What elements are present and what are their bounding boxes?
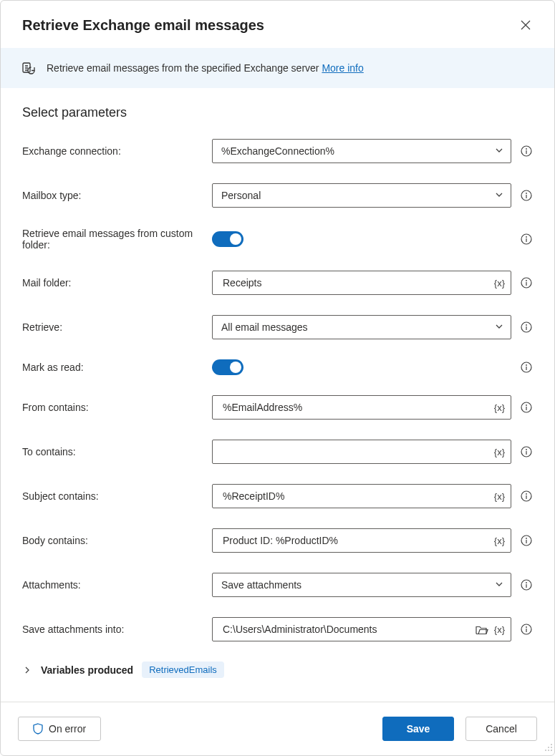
content-area: Select parameters Exchange connection: %… — [1, 88, 554, 702]
svg-rect-30 — [526, 540, 526, 543]
cancel-label: Cancel — [486, 723, 517, 735]
info-icon[interactable] — [520, 361, 533, 374]
row-mark-as-read: Mark as read: — [22, 359, 533, 375]
svg-rect-3 — [526, 150, 526, 154]
svg-rect-24 — [526, 451, 526, 455]
chevron-right-icon — [24, 667, 31, 674]
svg-rect-6 — [526, 195, 526, 198]
toggle-knob — [230, 233, 241, 245]
toggle-mark-as-read[interactable] — [212, 359, 243, 375]
info-icon[interactable] — [520, 233, 533, 246]
info-icon[interactable] — [520, 445, 533, 458]
svg-point-29 — [526, 538, 527, 539]
svg-point-38 — [548, 747, 549, 748]
row-to-contains: To contains: {x} — [22, 440, 533, 464]
label-from-contains: From contains: — [22, 402, 212, 413]
input-to-contains-wrap: {x} — [212, 440, 511, 464]
info-icon[interactable] — [520, 276, 533, 289]
info-icon[interactable] — [520, 189, 533, 202]
chevron-down-icon — [495, 579, 503, 591]
svg-rect-33 — [526, 584, 526, 588]
cancel-button[interactable]: Cancel — [465, 717, 537, 741]
info-icon[interactable] — [520, 578, 533, 591]
input-subject-contains-wrap: {x} — [212, 484, 511, 508]
row-body-contains: Body contains: {x} — [22, 528, 533, 553]
expand-variables-button[interactable] — [22, 667, 32, 674]
label-retrieve: Retrieve: — [22, 321, 212, 333]
variables-produced-label: Variables produced — [41, 664, 133, 676]
svg-point-11 — [526, 280, 527, 281]
svg-rect-27 — [526, 495, 526, 499]
select-attachments[interactable]: Save attachments — [212, 573, 511, 597]
resize-grip-icon[interactable] — [544, 742, 553, 754]
row-from-contains: From contains: {x} — [22, 395, 533, 420]
save-label: Save — [407, 723, 430, 735]
info-icon[interactable] — [520, 490, 533, 503]
chevron-down-icon — [495, 190, 503, 201]
input-body-contains[interactable] — [221, 534, 482, 547]
action-icon — [22, 61, 37, 75]
svg-rect-21 — [526, 407, 526, 410]
label-mail-folder: Mail folder: — [22, 277, 212, 289]
select-value: Save attachments — [221, 579, 301, 591]
on-error-button[interactable]: On error — [18, 717, 101, 741]
variable-chip[interactable]: RetrievedEmails — [142, 662, 224, 678]
input-mail-folder-wrap: {x} — [212, 271, 511, 295]
svg-rect-9 — [526, 238, 526, 242]
select-value: All email messages — [221, 321, 308, 333]
chevron-down-icon — [495, 321, 503, 333]
info-icon[interactable] — [520, 623, 533, 636]
variable-picker-icon[interactable]: {x} — [494, 278, 505, 289]
select-mailbox-type[interactable]: Personal — [212, 183, 511, 208]
label-to-contains: To contains: — [22, 446, 212, 457]
svg-point-40 — [545, 750, 546, 751]
close-button[interactable] — [514, 14, 537, 37]
close-icon — [521, 20, 531, 30]
svg-point-26 — [526, 493, 527, 495]
input-subject-contains[interactable] — [221, 490, 482, 503]
variable-picker-icon[interactable]: {x} — [494, 491, 505, 502]
svg-rect-12 — [526, 282, 526, 286]
svg-point-2 — [526, 148, 527, 150]
variable-picker-icon[interactable]: {x} — [494, 447, 505, 457]
info-icon[interactable] — [520, 401, 533, 414]
label-subject-contains: Subject contains: — [22, 490, 212, 502]
input-save-into[interactable] — [221, 623, 460, 636]
toggle-custom-folder[interactable] — [212, 231, 243, 247]
label-body-contains: Body contains: — [22, 535, 212, 546]
input-mail-folder[interactable] — [221, 276, 482, 289]
info-icon[interactable] — [520, 145, 533, 158]
variable-picker-icon[interactable]: {x} — [494, 536, 505, 546]
svg-point-37 — [551, 744, 552, 745]
select-retrieve[interactable]: All email messages — [212, 315, 511, 339]
section-title: Select parameters — [22, 105, 533, 120]
variables-produced-row: Variables produced RetrievedEmails — [22, 662, 533, 678]
input-body-contains-wrap: {x} — [212, 528, 511, 553]
svg-point-23 — [526, 449, 527, 450]
select-exchange-connection[interactable]: %ExchangeConnection% — [212, 139, 511, 163]
row-subject-contains: Subject contains: {x} — [22, 484, 533, 508]
more-info-link[interactable]: More info — [322, 62, 363, 74]
label-mark-as-read: Mark as read: — [22, 362, 212, 373]
folder-browse-icon[interactable] — [476, 624, 488, 635]
save-button[interactable]: Save — [382, 717, 454, 741]
input-to-contains[interactable] — [221, 445, 482, 458]
svg-rect-36 — [526, 629, 526, 632]
input-from-contains[interactable] — [221, 401, 482, 414]
variable-picker-icon[interactable]: {x} — [494, 624, 505, 635]
shield-icon — [33, 723, 43, 735]
svg-point-17 — [526, 364, 527, 366]
row-exchange-connection: Exchange connection: %ExchangeConnection… — [22, 139, 533, 163]
info-banner: Retrieve email messages from the specifi… — [1, 48, 554, 88]
label-mailbox-type: Mailbox type: — [22, 190, 212, 201]
row-attachments: Attachments: Save attachments — [22, 573, 533, 597]
row-custom-folder: Retrieve email messages from custom fold… — [22, 228, 533, 251]
svg-rect-15 — [526, 326, 526, 330]
svg-point-8 — [526, 236, 527, 238]
info-icon[interactable] — [520, 321, 533, 334]
label-custom-folder: Retrieve email messages from custom fold… — [22, 228, 212, 251]
info-icon[interactable] — [520, 534, 533, 547]
variable-picker-icon[interactable]: {x} — [494, 402, 505, 413]
svg-point-20 — [526, 404, 527, 406]
label-save-into: Save attachments into: — [22, 624, 212, 635]
